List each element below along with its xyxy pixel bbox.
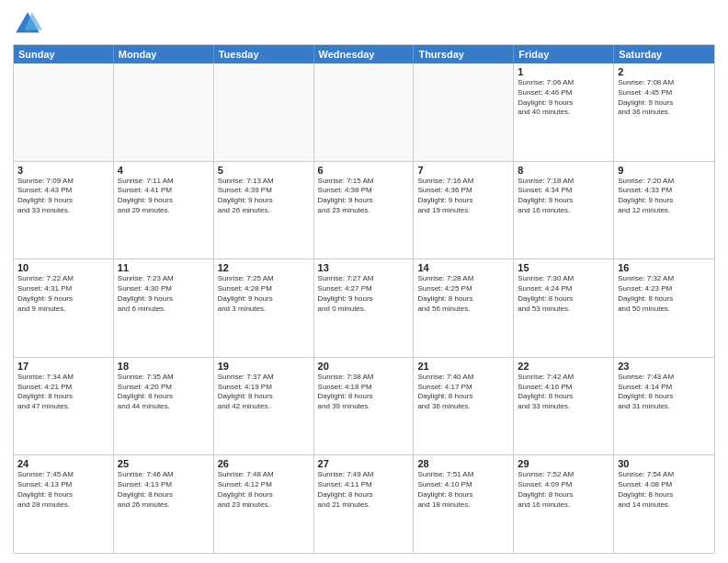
day-number: 8 xyxy=(518,165,609,176)
calendar-cell-28: 28Sunrise: 7:51 AM Sunset: 4:10 PM Dayli… xyxy=(414,455,514,553)
day-info: Sunrise: 7:40 AM Sunset: 4:17 PM Dayligh… xyxy=(417,373,509,412)
day-info: Sunrise: 7:54 AM Sunset: 4:08 PM Dayligh… xyxy=(618,470,711,510)
calendar-cell-13: 13Sunrise: 7:27 AM Sunset: 4:27 PM Dayli… xyxy=(314,259,415,357)
day-info: Sunrise: 7:08 AM Sunset: 4:45 PM Dayligh… xyxy=(618,78,711,118)
calendar-cell-10: 10Sunrise: 7:22 AM Sunset: 4:31 PM Dayli… xyxy=(14,259,114,357)
calendar-row-2: 3Sunrise: 7:09 AM Sunset: 4:43 PM Daylig… xyxy=(14,162,714,260)
day-info: Sunrise: 7:16 AM Sunset: 4:36 PM Dayligh… xyxy=(417,177,509,216)
day-number: 24 xyxy=(17,458,109,469)
day-info: Sunrise: 7:45 AM Sunset: 4:13 PM Dayligh… xyxy=(17,470,109,510)
day-number: 25 xyxy=(118,458,210,469)
calendar-cell-29: 29Sunrise: 7:52 AM Sunset: 4:09 PM Dayli… xyxy=(514,455,614,553)
calendar-cell-12: 12Sunrise: 7:25 AM Sunset: 4:28 PM Dayli… xyxy=(214,259,314,357)
weekday-header-thursday: Thursday xyxy=(414,45,514,63)
day-number: 9 xyxy=(618,165,711,176)
day-info: Sunrise: 7:13 AM Sunset: 4:39 PM Dayligh… xyxy=(218,177,310,216)
day-number: 15 xyxy=(518,262,609,273)
day-number: 22 xyxy=(518,361,609,372)
day-number: 27 xyxy=(318,458,410,469)
weekday-header-monday: Monday xyxy=(114,45,214,63)
day-number: 20 xyxy=(318,361,410,372)
calendar-cell-empty-0-0 xyxy=(14,63,114,161)
calendar-cell-22: 22Sunrise: 7:42 AM Sunset: 4:16 PM Dayli… xyxy=(514,358,614,455)
calendar-cell-19: 19Sunrise: 7:37 AM Sunset: 4:19 PM Dayli… xyxy=(214,358,314,455)
day-info: Sunrise: 7:20 AM Sunset: 4:33 PM Dayligh… xyxy=(618,177,711,216)
calendar-cell-25: 25Sunrise: 7:46 AM Sunset: 4:13 PM Dayli… xyxy=(114,455,214,553)
day-info: Sunrise: 7:11 AM Sunset: 4:41 PM Dayligh… xyxy=(118,177,210,216)
day-info: Sunrise: 7:25 AM Sunset: 4:28 PM Dayligh… xyxy=(218,274,310,314)
day-info: Sunrise: 7:48 AM Sunset: 4:12 PM Dayligh… xyxy=(218,470,310,510)
day-number: 1 xyxy=(518,66,609,77)
day-number: 12 xyxy=(218,262,310,273)
calendar-cell-30: 30Sunrise: 7:54 AM Sunset: 4:08 PM Dayli… xyxy=(614,455,714,553)
day-number: 7 xyxy=(417,165,509,176)
calendar-row-5: 24Sunrise: 7:45 AM Sunset: 4:13 PM Dayli… xyxy=(14,455,714,553)
day-info: Sunrise: 7:38 AM Sunset: 4:18 PM Dayligh… xyxy=(318,373,410,412)
calendar-cell-17: 17Sunrise: 7:34 AM Sunset: 4:21 PM Dayli… xyxy=(14,358,114,455)
day-number: 28 xyxy=(417,458,509,469)
day-number: 21 xyxy=(417,361,509,372)
day-info: Sunrise: 7:09 AM Sunset: 4:43 PM Dayligh… xyxy=(17,177,109,216)
day-info: Sunrise: 7:28 AM Sunset: 4:25 PM Dayligh… xyxy=(417,274,509,314)
calendar-cell-4: 4Sunrise: 7:11 AM Sunset: 4:41 PM Daylig… xyxy=(114,162,214,259)
day-number: 29 xyxy=(518,458,609,469)
calendar-row-3: 10Sunrise: 7:22 AM Sunset: 4:31 PM Dayli… xyxy=(14,259,714,358)
calendar-cell-24: 24Sunrise: 7:45 AM Sunset: 4:13 PM Dayli… xyxy=(14,455,114,553)
calendar-row-4: 17Sunrise: 7:34 AM Sunset: 4:21 PM Dayli… xyxy=(14,358,714,456)
weekday-header-saturday: Saturday xyxy=(614,45,714,63)
calendar-cell-empty-0-1 xyxy=(114,63,214,161)
calendar-cell-2: 2Sunrise: 7:08 AM Sunset: 4:45 PM Daylig… xyxy=(614,63,714,161)
calendar-cell-5: 5Sunrise: 7:13 AM Sunset: 4:39 PM Daylig… xyxy=(214,162,314,259)
day-info: Sunrise: 7:06 AM Sunset: 4:46 PM Dayligh… xyxy=(518,78,609,118)
weekday-header-wednesday: Wednesday xyxy=(314,45,415,63)
header xyxy=(13,9,715,39)
calendar-cell-26: 26Sunrise: 7:48 AM Sunset: 4:12 PM Dayli… xyxy=(214,455,314,553)
calendar-cell-23: 23Sunrise: 7:43 AM Sunset: 4:14 PM Dayli… xyxy=(614,358,714,455)
calendar-header: SundayMondayTuesdayWednesdayThursdayFrid… xyxy=(14,45,714,63)
day-info: Sunrise: 7:52 AM Sunset: 4:09 PM Dayligh… xyxy=(518,470,609,510)
calendar-cell-27: 27Sunrise: 7:49 AM Sunset: 4:11 PM Dayli… xyxy=(314,455,415,553)
day-number: 13 xyxy=(318,262,410,273)
day-info: Sunrise: 7:46 AM Sunset: 4:13 PM Dayligh… xyxy=(118,470,210,510)
weekday-header-sunday: Sunday xyxy=(14,45,114,63)
calendar-body: 1Sunrise: 7:06 AM Sunset: 4:46 PM Daylig… xyxy=(14,63,714,553)
calendar-cell-6: 6Sunrise: 7:15 AM Sunset: 4:38 PM Daylig… xyxy=(314,162,415,259)
calendar-cell-11: 11Sunrise: 7:23 AM Sunset: 4:30 PM Dayli… xyxy=(114,259,214,357)
calendar-cell-20: 20Sunrise: 7:38 AM Sunset: 4:18 PM Dayli… xyxy=(314,358,415,455)
day-number: 26 xyxy=(218,458,310,469)
day-info: Sunrise: 7:22 AM Sunset: 4:31 PM Dayligh… xyxy=(17,274,109,314)
calendar-cell-3: 3Sunrise: 7:09 AM Sunset: 4:43 PM Daylig… xyxy=(14,162,114,259)
day-info: Sunrise: 7:23 AM Sunset: 4:30 PM Dayligh… xyxy=(118,274,210,314)
day-number: 2 xyxy=(618,66,711,77)
day-number: 16 xyxy=(618,262,711,273)
calendar-cell-18: 18Sunrise: 7:35 AM Sunset: 4:20 PM Dayli… xyxy=(114,358,214,455)
calendar-cell-empty-0-3 xyxy=(314,63,415,161)
logo xyxy=(13,9,44,39)
weekday-header-tuesday: Tuesday xyxy=(214,45,314,63)
calendar-cell-9: 9Sunrise: 7:20 AM Sunset: 4:33 PM Daylig… xyxy=(614,162,714,259)
calendar: SundayMondayTuesdayWednesdayThursdayFrid… xyxy=(13,44,715,554)
day-info: Sunrise: 7:32 AM Sunset: 4:23 PM Dayligh… xyxy=(618,274,711,314)
day-info: Sunrise: 7:43 AM Sunset: 4:14 PM Dayligh… xyxy=(618,373,711,412)
day-info: Sunrise: 7:34 AM Sunset: 4:21 PM Dayligh… xyxy=(17,373,109,412)
day-info: Sunrise: 7:18 AM Sunset: 4:34 PM Dayligh… xyxy=(518,177,609,216)
page: SundayMondayTuesdayWednesdayThursdayFrid… xyxy=(0,0,728,563)
logo-icon xyxy=(13,9,42,39)
calendar-cell-15: 15Sunrise: 7:30 AM Sunset: 4:24 PM Dayli… xyxy=(514,259,614,357)
calendar-cell-16: 16Sunrise: 7:32 AM Sunset: 4:23 PM Dayli… xyxy=(614,259,714,357)
day-number: 17 xyxy=(17,361,109,372)
day-number: 30 xyxy=(618,458,711,469)
weekday-header-friday: Friday xyxy=(514,45,614,63)
calendar-cell-1: 1Sunrise: 7:06 AM Sunset: 4:46 PM Daylig… xyxy=(514,63,614,161)
calendar-cell-empty-0-2 xyxy=(214,63,314,161)
day-number: 18 xyxy=(118,361,210,372)
day-number: 6 xyxy=(318,165,410,176)
day-number: 4 xyxy=(118,165,210,176)
day-number: 5 xyxy=(218,165,310,176)
calendar-cell-8: 8Sunrise: 7:18 AM Sunset: 4:34 PM Daylig… xyxy=(514,162,614,259)
day-number: 10 xyxy=(17,262,109,273)
calendar-cell-empty-0-4 xyxy=(414,63,514,161)
day-info: Sunrise: 7:30 AM Sunset: 4:24 PM Dayligh… xyxy=(518,274,609,314)
calendar-cell-21: 21Sunrise: 7:40 AM Sunset: 4:17 PM Dayli… xyxy=(414,358,514,455)
day-number: 23 xyxy=(618,361,711,372)
